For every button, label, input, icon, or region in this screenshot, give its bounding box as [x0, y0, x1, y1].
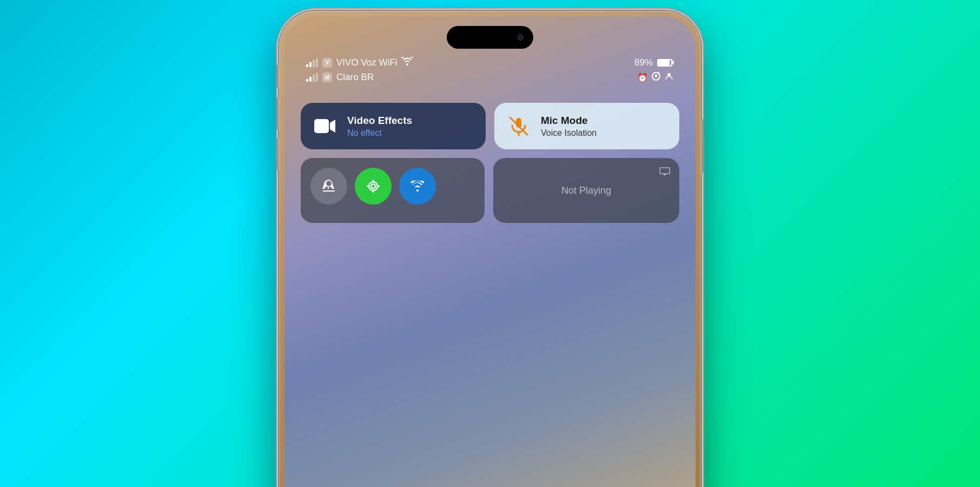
mic-mode-title: Mic Mode [541, 115, 597, 127]
carrier1-name: VIVO Voz WiFi [336, 57, 397, 68]
phone-wrapper: V VIVO Voz WiFi 89% [279, 11, 701, 487]
svg-rect-3 [314, 119, 329, 133]
mic-mode-text: Mic Mode Voice Isolation [541, 115, 597, 138]
video-effects-subtitle: No effect [347, 128, 412, 138]
signal-bars-1 [306, 58, 318, 67]
cc-bottom-row: Not Playing [301, 158, 679, 223]
status-bar: V VIVO Voz WiFi 89% [306, 57, 674, 83]
carrier1-badge: V [322, 58, 332, 68]
battery-percent: 89% [634, 57, 653, 68]
volume-up-button[interactable] [276, 97, 279, 130]
cc-top-row: Video Effects No effect [301, 103, 679, 149]
cellular-button[interactable] [355, 168, 392, 205]
now-playing-card[interactable]: Not Playing [493, 158, 679, 223]
video-effects-card[interactable]: Video Effects No effect [301, 103, 486, 149]
focus-icon [664, 71, 674, 83]
video-effects-icon [312, 113, 339, 140]
battery-icon [657, 59, 674, 67]
control-center: Video Effects No effect [301, 103, 679, 232]
video-effects-title: Video Effects [347, 115, 412, 127]
airplay-icon [659, 166, 671, 180]
phone-screen: V VIVO Voz WiFi 89% [284, 16, 696, 487]
rotation-lock-icon [651, 71, 661, 83]
mic-mode-card[interactable]: Mic Mode Voice Isolation [494, 103, 679, 149]
svg-point-7 [369, 182, 378, 190]
signal-bars-2 [306, 73, 318, 82]
silent-switch [276, 65, 279, 88]
phone-frame: V VIVO Voz WiFi 89% [279, 11, 701, 487]
status-left-1: V VIVO Voz WiFi [306, 57, 413, 68]
wifi-toggle-button[interactable] [399, 168, 436, 205]
mic-mode-subtitle: Voice Isolation [541, 128, 597, 138]
volume-down-button[interactable] [276, 138, 279, 170]
status-row-2: M Claro BR ⏰ [306, 71, 674, 83]
dynamic-island [447, 26, 533, 49]
connectivity-card [301, 158, 485, 223]
status-icons: ⏰ [637, 71, 674, 83]
video-effects-text: Video Effects No effect [347, 115, 412, 138]
status-right-1: 89% [634, 57, 674, 68]
alarm-icon: ⏰ [637, 73, 648, 83]
carrier2-badge: M [322, 73, 332, 82]
svg-rect-1 [655, 75, 657, 77]
svg-point-2 [667, 73, 671, 76]
bottom-circles [310, 168, 436, 205]
status-right-2: ⏰ [637, 71, 674, 83]
status-left-2: M Claro BR [306, 72, 374, 83]
mic-mode-icon [505, 113, 532, 140]
wifi-icon [401, 57, 413, 68]
svg-point-8 [371, 184, 375, 188]
not-playing-label: Not Playing [561, 185, 611, 196]
power-button[interactable] [701, 119, 704, 173]
status-row-1: V VIVO Voz WiFi 89% [306, 57, 674, 68]
airplane-mode-button[interactable] [310, 168, 347, 205]
carrier2-name: Claro BR [336, 72, 374, 83]
camera-dot [517, 34, 524, 41]
